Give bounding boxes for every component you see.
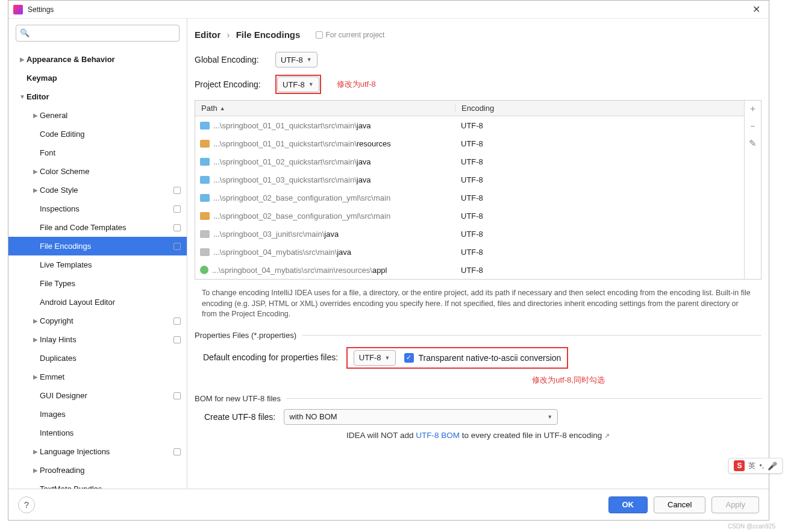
breadcrumb-part: Editor	[195, 30, 220, 40]
sidebar-item-color-scheme[interactable]: ▶Color Scheme	[8, 162, 187, 181]
tree-item-label: File Encodings	[40, 242, 174, 251]
sidebar-item-inlay-hints[interactable]: ▶Inlay Hints	[8, 330, 187, 349]
path-text: ...\springboot_01_01_quickstart\src\main…	[213, 121, 371, 130]
table-row[interactable]: ...\springboot_01_01_quickstart\src\main…	[195, 116, 744, 134]
table-row[interactable]: ...\springboot_02_base_configuration_yml…	[195, 207, 744, 225]
tree-item-label: Copyright	[40, 316, 174, 325]
edit-icon[interactable]: ✎	[749, 138, 757, 149]
sidebar-item-file-encodings[interactable]: File Encodings	[8, 237, 187, 255]
sidebar-item-emmet[interactable]: ▶Emmet	[8, 368, 187, 386]
annotation-text: 修改为utf-8,同时勾选	[532, 375, 605, 384]
properties-encoding-label: Default encoding for properties files:	[203, 352, 338, 362]
sidebar-item-keymap[interactable]: Keymap	[8, 69, 187, 87]
ime-lang: 英	[748, 461, 755, 471]
sidebar-item-copyright[interactable]: ▶Copyright	[8, 311, 187, 330]
sidebar-item-intentions[interactable]: Intentions	[8, 424, 187, 442]
breadcrumb-part: File Encodings	[236, 30, 301, 40]
column-header-path[interactable]: Path ▲	[195, 104, 455, 113]
table-row[interactable]: ...\springboot_01_01_quickstart\src\main…	[195, 134, 744, 152]
sidebar-item-images[interactable]: Images	[8, 405, 187, 424]
sidebar-item-duplicates[interactable]: Duplicates	[8, 349, 187, 368]
tree-item-label: Proofreading	[40, 466, 181, 475]
tree-item-label: Inspections	[40, 204, 174, 213]
sidebar-item-android-layout-editor[interactable]: Android Layout Editor	[8, 293, 187, 311]
sidebar-item-code-editing[interactable]: Code Editing	[8, 125, 187, 143]
table-row[interactable]: ...\springboot_04_mybatis\src\main\resou…	[195, 261, 744, 279]
table-row[interactable]: ...\springboot_04_mybatis\src\main\javaU…	[195, 243, 744, 261]
sidebar-item-appearance-behavior[interactable]: ▶Appearance & Behavior	[8, 50, 187, 69]
remove-icon[interactable]: －	[748, 120, 757, 132]
tree-item-label: GUI Designer	[40, 391, 174, 400]
sidebar-item-gui-designer[interactable]: GUI Designer	[8, 386, 187, 405]
expand-arrow-icon: ▶	[31, 336, 40, 343]
tree-item-label: Code Style	[40, 186, 174, 195]
sidebar-item-file-types[interactable]: File Types	[8, 274, 187, 293]
sidebar-item-language-injections[interactable]: ▶Language Injections	[8, 442, 187, 461]
dropdown-value: UTF-8	[281, 55, 303, 64]
tree-item-label: Live Templates	[40, 260, 181, 269]
project-scope-icon	[174, 205, 181, 213]
encoding-cell: UTF-8	[455, 157, 744, 166]
path-text: ...\springboot_04_mybatis\src\main\java	[213, 248, 351, 257]
table-row[interactable]: ...\springboot_01_02_quickstart\src\main…	[195, 152, 744, 171]
path-text: ...\springboot_03_junit\src\main\java	[213, 230, 339, 239]
sidebar-item-general[interactable]: ▶General	[8, 106, 187, 125]
sidebar-item-font[interactable]: Font	[8, 143, 187, 162]
tree-item-label: File Types	[40, 279, 181, 288]
tree-item-label: File and Code Templates	[40, 223, 174, 232]
tree-item-label: Android Layout Editor	[40, 298, 181, 307]
bom-section-title: BOM for new UTF-8 files	[195, 394, 762, 403]
project-scope-icon	[316, 31, 323, 39]
close-icon[interactable]: ✕	[749, 4, 764, 15]
expand-arrow-icon: ▶	[31, 187, 40, 193]
encoding-cell: UTF-8	[455, 266, 744, 275]
global-encoding-dropdown[interactable]: UTF-8 ▼	[275, 52, 317, 67]
project-scope-icon	[174, 318, 181, 325]
project-scope-icon	[174, 392, 181, 399]
sidebar-item-proofreading[interactable]: ▶Proofreading	[8, 461, 187, 480]
sidebar-item-editor[interactable]: ▼Editor	[8, 87, 187, 106]
apply-button[interactable]: Apply	[712, 496, 759, 513]
cancel-button[interactable]: Cancel	[654, 496, 705, 513]
expand-arrow-icon: ▶	[31, 374, 40, 380]
expand-arrow-icon: ▶	[31, 168, 40, 175]
table-row[interactable]: ...\springboot_03_junit\src\main\javaUTF…	[195, 225, 744, 243]
sidebar-item-code-style[interactable]: ▶Code Style	[8, 181, 187, 199]
app-icon	[13, 5, 23, 14]
content-panel: Editor › File Encodings For current proj…	[187, 19, 769, 489]
path-text: ...\springboot_02_base_configuration_yml…	[213, 193, 390, 202]
ok-button[interactable]: OK	[608, 496, 648, 513]
utf8-bom-link[interactable]: UTF-8 BOM	[416, 431, 460, 440]
search-input[interactable]	[16, 25, 180, 42]
settings-tree[interactable]: ▶Appearance & BehaviorKeymap▼Editor▶Gene…	[8, 46, 187, 489]
sidebar-item-file-and-code-templates[interactable]: File and Code Templates	[8, 218, 187, 237]
column-header-encoding[interactable]: Encoding	[455, 104, 744, 113]
chevron-down-icon: ▼	[307, 57, 312, 63]
transparent-ascii-checkbox[interactable]: ✓	[404, 353, 414, 363]
help-button[interactable]: ?	[18, 496, 35, 513]
sidebar-item-live-templates[interactable]: Live Templates	[8, 255, 187, 274]
properties-encoding-dropdown[interactable]: UTF-8 ▼	[354, 350, 396, 366]
bom-dropdown[interactable]: with NO BOM ▼	[284, 409, 558, 425]
folder-icon	[200, 194, 210, 202]
table-row[interactable]: ...\springboot_02_base_configuration_yml…	[195, 189, 744, 207]
table-toolbar: ＋ － ✎	[744, 101, 761, 279]
dropdown-value: with NO BOM	[289, 412, 337, 421]
table-row[interactable]: ...\springboot_01_03_quickstart\src\main…	[195, 171, 744, 189]
folder-icon	[200, 158, 210, 166]
tree-item-label: Language Injections	[40, 447, 174, 456]
add-icon[interactable]: ＋	[748, 103, 757, 114]
sidebar-item-inspections[interactable]: Inspections	[8, 199, 187, 218]
tree-item-label: Appearance & Behavior	[27, 55, 181, 64]
search-icon: 🔍	[20, 28, 30, 37]
microphone-icon: 🎤	[768, 462, 777, 471]
ime-widget[interactable]: S 英 •, 🎤	[728, 458, 783, 474]
sidebar-item-textmate-bundles[interactable]: TextMate Bundles	[8, 480, 187, 489]
ime-logo-icon: S	[734, 460, 745, 471]
encoding-cell: UTF-8	[455, 121, 744, 130]
tree-item-label: Inlay Hints	[40, 335, 174, 344]
watermark: CSDN @ccan925	[728, 523, 775, 530]
encoding-cell: UTF-8	[455, 230, 744, 239]
project-encoding-dropdown[interactable]: UTF-8 ▼	[277, 77, 319, 92]
encoding-cell: UTF-8	[455, 248, 744, 257]
